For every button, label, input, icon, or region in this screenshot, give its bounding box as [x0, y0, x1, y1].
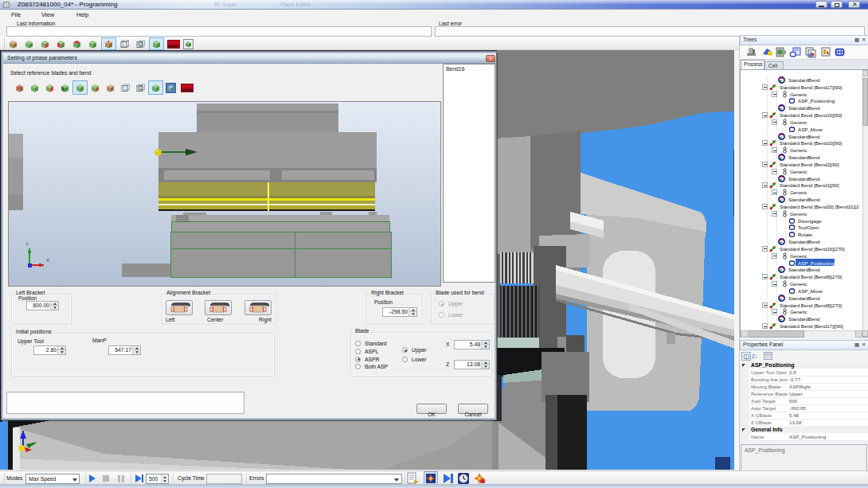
svg-text:2↓: 2↓	[752, 353, 757, 359]
svg-text:Y: Y	[25, 242, 29, 247]
svg-text:X: X	[46, 258, 49, 263]
